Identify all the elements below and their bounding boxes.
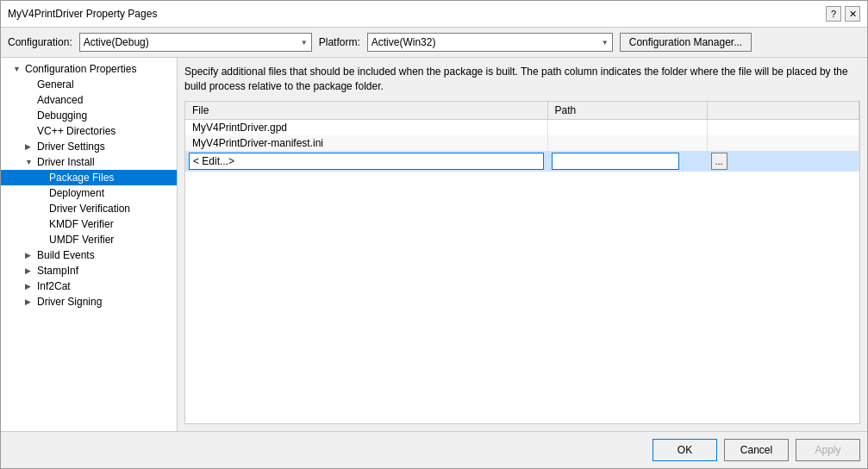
table-header-row: File Path [185,102,859,120]
browse-button[interactable]: ... [711,153,727,170]
sidebar-label-driver-signing: Driver Signing [37,296,102,308]
edit-path-cell [547,151,707,172]
sidebar-item-general[interactable]: General [1,77,177,92]
browse-cell: ... [707,151,859,172]
sidebar-label-package-files: Package Files [49,172,114,184]
sidebar-item-vc-directories[interactable]: VC++ Directories [1,123,177,139]
table-cell-extra [707,135,859,151]
sidebar-item-package-files[interactable]: Package Files [1,170,177,185]
expander-icon-driver-settings: ▶ [25,142,37,151]
close-button[interactable]: ✕ [845,6,860,22]
title-bar: MyV4PrintDriver Property Pages ? ✕ [1,1,867,28]
sidebar-item-driver-settings[interactable]: ▶Driver Settings [1,139,177,154]
edit-path-input[interactable] [552,153,679,170]
sidebar-label-inf2cat: Inf2Cat [37,280,71,292]
help-button[interactable]: ? [826,6,841,22]
sidebar-label-umdf-verifier: UMDF Verifier [49,234,114,246]
sidebar-item-build-events[interactable]: ▶Build Events [1,247,177,263]
config-combo-arrow: ▼ [301,39,308,47]
sidebar-item-config-properties[interactable]: ▼Configuration Properties [1,61,177,77]
edit-file-input[interactable] [189,153,544,170]
table-cell-file: MyV4PrintDriver-manifest.ini [185,135,547,151]
title-bar-buttons: ? ✕ [826,6,860,22]
table-cell-file: MyV4PrintDriver.gpd [185,119,547,135]
cancel-button[interactable]: Cancel [724,439,789,461]
config-manager-button[interactable]: Configuration Manager... [620,33,752,52]
description-text: Specify additional files that should be … [184,65,860,94]
sidebar-label-deployment: Deployment [49,187,104,199]
sidebar-item-inf2cat[interactable]: ▶Inf2Cat [1,278,177,294]
table-edit-row: ... [185,151,859,172]
sidebar-label-vc-directories: VC++ Directories [37,125,116,137]
col-file-header: File [185,102,547,120]
expander-icon-stampinf: ▶ [25,266,37,275]
right-panel: Specify additional files that should be … [178,58,867,431]
col-extra-header [707,102,859,120]
table-cell-path [547,119,707,135]
expander-icon-build-events: ▶ [25,251,37,260]
table-cell-extra [707,119,859,135]
sidebar-label-advanced: Advanced [37,94,83,106]
expander-icon-driver-signing: ▶ [25,297,37,306]
sidebar-label-driver-settings: Driver Settings [37,141,105,153]
config-row: Configuration: Active(Debug) ▼ Platform:… [1,28,867,58]
expander-icon-inf2cat: ▶ [25,282,37,291]
expander-icon-config-properties: ▼ [13,65,25,73]
config-label: Configuration: [8,36,72,48]
sidebar-item-advanced[interactable]: Advanced [1,92,177,108]
edit-file-cell[interactable] [185,151,547,172]
sidebar-item-stampinf[interactable]: ▶StampInf [1,263,177,278]
apply-button[interactable]: Apply [796,439,860,461]
sidebar-item-driver-signing[interactable]: ▶Driver Signing [1,294,177,310]
sidebar-label-stampinf: StampInf [37,265,78,277]
table-row: MyV4PrintDriver-manifest.ini [185,135,859,151]
sidebar-label-driver-verification: Driver Verification [49,203,130,215]
footer-buttons: OK Cancel Apply [1,431,867,468]
platform-label: Platform: [319,36,360,48]
files-table-container: File Path MyV4PrintDriver.gpdMyV4PrintDr… [184,101,860,424]
window-title: MyV4PrintDriver Property Pages [8,8,157,20]
table-row: MyV4PrintDriver.gpd [185,119,859,135]
sidebar-item-umdf-verifier[interactable]: UMDF Verifier [1,232,177,247]
sidebar-item-driver-install[interactable]: ▼Driver Install [1,154,177,170]
sidebar: ▼Configuration PropertiesGeneralAdvanced… [1,58,178,431]
table-cell-path [547,135,707,151]
platform-combo[interactable]: Active(Win32) ▼ [367,33,613,52]
sidebar-item-deployment[interactable]: Deployment [1,185,177,201]
sidebar-label-config-properties: Configuration Properties [25,63,136,75]
platform-combo-arrow: ▼ [602,39,609,47]
ok-button[interactable]: OK [653,439,717,461]
configuration-combo[interactable]: Active(Debug) ▼ [79,33,312,52]
sidebar-item-kmdf-verifier[interactable]: KMDF Verifier [1,216,177,232]
main-content: ▼Configuration PropertiesGeneralAdvanced… [1,58,867,431]
files-table: File Path MyV4PrintDriver.gpdMyV4PrintDr… [185,102,859,172]
col-path-header: Path [547,102,707,120]
sidebar-label-debugging: Debugging [37,109,87,122]
sidebar-label-driver-install: Driver Install [37,156,95,168]
expander-icon-driver-install: ▼ [25,158,37,166]
sidebar-item-debugging[interactable]: Debugging [1,108,177,123]
config-value: Active(Debug) [84,36,149,48]
sidebar-item-driver-verification[interactable]: Driver Verification [1,201,177,216]
sidebar-label-kmdf-verifier: KMDF Verifier [49,218,114,230]
property-pages-window: MyV4PrintDriver Property Pages ? ✕ Confi… [0,0,868,469]
sidebar-label-general: General [37,78,74,91]
sidebar-label-build-events: Build Events [37,249,95,261]
platform-value: Active(Win32) [372,36,436,48]
